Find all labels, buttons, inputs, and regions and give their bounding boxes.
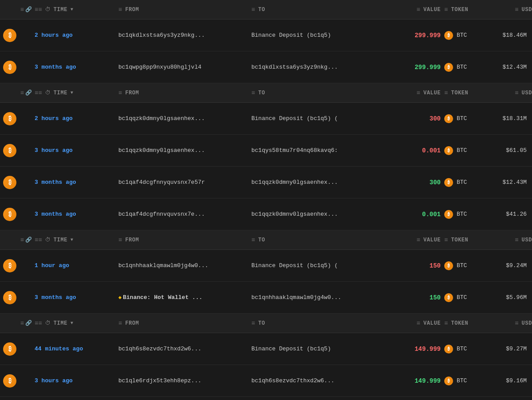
- row-usd-cell: $9.24M: [485, 262, 532, 269]
- row-value-cell: 0.001: [390, 147, 441, 154]
- token-btc-icon: ₿: [444, 261, 453, 270]
- transaction-time: 2 hours ago: [35, 32, 73, 39]
- usd-value: $9.24M: [489, 262, 527, 269]
- btc-icon: ₿: [3, 374, 16, 388]
- btc-icon: ₿: [3, 61, 16, 74]
- from-address[interactable]: bc1qaf4dcgfnnyquvsnx7e57r: [118, 179, 205, 186]
- row-to-cell[interactable]: Binance Deposit (bc1q5): [248, 32, 390, 39]
- transaction-value: 300: [430, 179, 441, 186]
- to-address[interactable]: bc1qh6s8ezvdc7thxd2w6...: [251, 377, 334, 384]
- header-usd-col: ≡ USD: [485, 320, 532, 327]
- filter-icon-link: ≡: [20, 89, 24, 97]
- from-address[interactable]: bc1qqzk0dmny0lgsaenhex...: [118, 147, 205, 154]
- to-header-label: TO: [258, 90, 265, 96]
- clock-icon: ⏱: [45, 89, 51, 96]
- token-name: BTC: [457, 64, 467, 70]
- table-row: ₿ 44 minutes ago bc1qh6s8ezvdc7thxd2w6..…: [0, 333, 532, 365]
- row-from-cell[interactable]: bc1qnhhaaklqmawlm0jg4w0...: [115, 262, 248, 269]
- row-to-cell[interactable]: bc1qys58tmu7r04nq68kavq6:: [248, 147, 390, 154]
- to-header-label: TO: [258, 7, 265, 13]
- from-address[interactable]: bc1qaf4dcgfnnvquvsnx7e...: [118, 211, 205, 217]
- to-address[interactable]: bc1qqzk0dmnv0lgsaenhex...: [251, 211, 338, 217]
- row-from-cell[interactable]: bc1qh6s8ezvdc7thxd2w6...: [115, 346, 248, 352]
- usd-value: $12.43M: [489, 64, 527, 70]
- table-row: ₿ 2 hours ago bc1qkdlxstsa6ys3yz9nkg... …: [0, 19, 532, 51]
- time-sort-icon[interactable]: ▼: [70, 321, 73, 326]
- usd-header-label: USD: [522, 237, 532, 243]
- row-token-cell: ₿ BTC: [441, 293, 485, 302]
- from-header-label: FROM: [125, 7, 139, 13]
- row-from-cell[interactable]: bc1qaf4dcgfnnyquvsnx7e57r: [115, 179, 248, 186]
- filter-icon-value: ≡: [417, 6, 420, 13]
- transaction-value: 150: [430, 262, 441, 269]
- row-from-cell[interactable]: ◆Binance: Hot Wallet ...: [115, 294, 248, 301]
- row-from-cell[interactable]: bc1qle6rdjx5t3ehh8epz...: [115, 377, 248, 384]
- row-from-cell[interactable]: bc1qqzk0dmny0lgsaenhex...: [115, 147, 248, 154]
- row-time-cell: 3 hours ago: [33, 377, 115, 384]
- to-address[interactable]: Binance Deposit (bc1q5): [251, 32, 331, 39]
- filter-icon-value: ≡: [417, 89, 420, 97]
- row-to-cell[interactable]: bc1qh6s8ezvdc7thxd2w6...: [248, 377, 390, 384]
- token-name: BTC: [457, 377, 467, 384]
- row-to-cell[interactable]: bc1qkdlxstsa6ys3yz9nkg...: [248, 64, 390, 70]
- row-to-cell[interactable]: bc1qqzk0dmnv0lgsaenhex...: [248, 211, 390, 217]
- row-icon-cell: ₿: [0, 208, 20, 221]
- from-address[interactable]: Binance: Hot Wallet ...: [123, 294, 202, 301]
- transaction-time: 3 months ago: [35, 179, 76, 186]
- link-header-icon: 🔗: [25, 237, 32, 243]
- filter-icon-to: ≡: [251, 237, 255, 244]
- row-from-cell[interactable]: bc1qwpg8pp9nxyu80hgljvl4: [115, 64, 248, 70]
- to-address[interactable]: Binance Deposit (bc1q5) (: [251, 262, 338, 269]
- to-header-label: TO: [258, 237, 265, 243]
- table-row: ₿ 3 hours ago bc1qle6rdjx5t3ehh8epz... b…: [0, 365, 532, 397]
- btc-icon: ₿: [3, 29, 16, 42]
- to-address[interactable]: bc1qqzk0dmny0lgsaenhex...: [251, 179, 338, 186]
- row-to-cell[interactable]: Binance Deposit (bc1q5) (: [248, 262, 390, 269]
- usd-value: $9.27M: [489, 346, 527, 352]
- token-btc-icon: ₿: [444, 377, 453, 385]
- from-address[interactable]: bc1qkdlxstsa6ys3yz9nkg...: [118, 32, 205, 39]
- row-from-cell[interactable]: bc1qkdlxstsa6ys3yz9nkg...: [115, 32, 248, 39]
- to-address[interactable]: bc1qkdlxstsa6ys3yz9nkg...: [251, 64, 338, 70]
- row-icon-cell: ₿: [0, 144, 20, 157]
- filter-icon-link: ≡: [20, 320, 24, 327]
- filter-icon-link: ≡: [20, 6, 24, 13]
- to-address[interactable]: bc1qys58tmu7r04nq68kavq6:: [251, 147, 338, 154]
- from-address[interactable]: bc1qle6rdjx5t3ehh8epz...: [118, 377, 201, 384]
- row-to-cell[interactable]: Binance Deposit (bc1q5): [248, 346, 390, 352]
- from-address[interactable]: bc1qwpg8pp9nxyu80hgljvl4: [118, 64, 201, 70]
- row-from-cell[interactable]: bc1qaf4dcgfnnvquvsnx7e...: [115, 211, 248, 217]
- time-sort-icon[interactable]: ▼: [70, 90, 73, 95]
- row-to-cell[interactable]: bc1qqzk0dmny0lgsaenhex...: [248, 179, 390, 186]
- row-from-cell[interactable]: bc1qqzk0dmny0lgsaenhex...: [115, 115, 248, 122]
- header-from-col: ≡ FROM: [115, 6, 248, 13]
- usd-value: $18.46M: [489, 32, 527, 39]
- from-address[interactable]: bc1qqzk0dmny0lgsaenhex...: [118, 115, 205, 122]
- to-address[interactable]: bc1qnhhaaklqmawlm0jg4w0...: [251, 294, 341, 301]
- usd-header-label: USD: [522, 90, 532, 96]
- time-sort-icon[interactable]: ▼: [70, 237, 73, 242]
- token-btc-icon: ₿: [444, 31, 453, 40]
- from-address[interactable]: bc1qnhhaaklqmawlm0jg4w0...: [118, 262, 208, 269]
- row-usd-cell: $18.31M: [485, 115, 532, 122]
- to-address[interactable]: Binance Deposit (bc1q5): [251, 346, 331, 352]
- from-address[interactable]: bc1qh6s8ezvdc7thxd2w6...: [118, 346, 201, 352]
- row-time-cell: 3 months ago: [33, 294, 115, 301]
- transaction-time: 3 months ago: [35, 211, 76, 217]
- row-token-cell: ₿ BTC: [441, 261, 485, 270]
- row-token-cell: ₿ BTC: [441, 63, 485, 72]
- header-usd-col: ≡ USD: [485, 237, 532, 244]
- to-address[interactable]: Binance Deposit (bc1q5) (: [251, 115, 338, 122]
- time-sort-icon[interactable]: ▼: [70, 7, 73, 12]
- row-time-cell: 3 months ago: [33, 211, 115, 217]
- row-icon-cell: ₿: [0, 112, 20, 125]
- header-to-col: ≡ TO: [248, 320, 390, 327]
- header-time-col: ≡ ⏱ TIME ▼: [33, 6, 115, 13]
- row-to-cell[interactable]: Binance Deposit (bc1q5) (: [248, 115, 390, 122]
- btc-icon: ₿: [3, 342, 16, 356]
- filter-icon-usd: ≡: [515, 320, 518, 327]
- row-value-cell: 300: [390, 179, 441, 186]
- row-to-cell[interactable]: bc1qnhhaaklqmawlm0jg4w0...: [248, 294, 390, 301]
- token-name: BTC: [457, 294, 467, 301]
- table-row: ₿ 3 months ago bc1qwpg8pp9nxyu80hgljvl4 …: [0, 51, 532, 83]
